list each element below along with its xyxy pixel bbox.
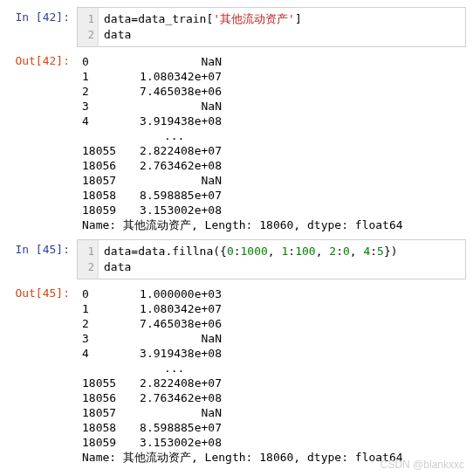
- out-row: 180588.598885e+07: [82, 420, 461, 435]
- tok: 0: [227, 245, 234, 258]
- out-row: 01.000000e+03: [82, 286, 461, 301]
- out-val: 7.465038e+06: [126, 84, 222, 99]
- in-prompt-45: In [45]:: [7, 239, 77, 279]
- out-ellipsis: ...: [82, 361, 461, 376]
- tok: ({: [213, 245, 227, 258]
- tok: 100: [295, 245, 315, 258]
- out-row: 180588.598885e+07: [82, 188, 461, 203]
- out-val: 8.598885e+07: [126, 188, 222, 203]
- tok: }): [384, 245, 398, 258]
- tok: :: [288, 245, 295, 258]
- out-idx: 2: [82, 316, 126, 331]
- out-idx: 4: [82, 346, 126, 361]
- out-idx: 3: [82, 99, 126, 114]
- tok: :: [234, 245, 241, 258]
- output-cell-45: Out[45]: 01.000000e+0311.080342e+0727.46…: [7, 283, 466, 468]
- out-row: 11.080342e+07: [82, 69, 461, 84]
- out-idx: 1: [82, 301, 126, 316]
- out-val: 1.080342e+07: [126, 69, 222, 84]
- tok: ,: [268, 245, 282, 258]
- out-row: 18057NaN: [82, 173, 461, 188]
- out-idx: 18056: [82, 158, 126, 173]
- out-row: 180562.763462e+08: [82, 158, 461, 173]
- tok: data: [104, 12, 131, 25]
- tok: 5: [377, 245, 384, 258]
- out-prompt-45: Out[45]:: [7, 283, 77, 468]
- out-row: 0NaN: [82, 54, 461, 69]
- out-idx: 18058: [82, 420, 126, 435]
- out-row: 43.919438e+08: [82, 346, 461, 361]
- out-row: 27.465038e+06: [82, 84, 461, 99]
- out-val: NaN: [126, 173, 222, 188]
- out-val: 2.822408e+07: [126, 376, 222, 390]
- tok: 0: [343, 245, 350, 258]
- out-idx: 1: [82, 69, 126, 84]
- out-idx: 18059: [82, 203, 126, 217]
- out-val: NaN: [126, 405, 222, 420]
- out-idx: 4: [82, 114, 126, 128]
- out-val: 3.153002e+08: [126, 203, 222, 217]
- out-row: 11.080342e+07: [82, 301, 461, 316]
- out-ellipsis: ...: [82, 128, 461, 143]
- in-prompt-42: In [42]:: [7, 7, 77, 47]
- out-val: 1.080342e+07: [126, 301, 222, 316]
- out-val: 2.763462e+08: [126, 390, 222, 405]
- line-num: 1: [78, 11, 94, 27]
- out-val: 3.919438e+08: [126, 114, 222, 128]
- out-row: 18057NaN: [82, 405, 461, 420]
- line-num: 1: [78, 244, 94, 259]
- out-val: NaN: [126, 54, 222, 69]
- out-row: 27.465038e+06: [82, 316, 461, 331]
- input-cell-45: In [45]: 12 data=data.fillna({0:1000, 1:…: [7, 239, 466, 279]
- out-idx: 18056: [82, 390, 126, 405]
- out-row: 180593.153002e+08: [82, 203, 461, 217]
- tok: 2: [329, 245, 336, 258]
- output-text-45: 01.000000e+0311.080342e+0727.465038e+063…: [77, 283, 466, 468]
- out-idx: 18058: [82, 188, 126, 203]
- out-val: 2.822408e+07: [126, 143, 222, 158]
- tok: =: [131, 12, 138, 25]
- code-area-42[interactable]: 12 data=data_train['其他流动资产'] data: [77, 7, 466, 47]
- input-cell-42: In [42]: 12 data=data_train['其他流动资产'] da…: [7, 7, 466, 47]
- out-row: 43.919438e+08: [82, 114, 461, 128]
- out-row: 180593.153002e+08: [82, 435, 461, 450]
- tok: ,: [316, 245, 330, 258]
- out-val: 8.598885e+07: [126, 420, 222, 435]
- tok: =: [131, 245, 138, 258]
- out-idx: 18055: [82, 143, 126, 158]
- code-input-42[interactable]: data=data_train['其他流动资产'] data: [99, 8, 465, 46]
- gutter-42: 12: [78, 8, 99, 46]
- line-num: 2: [78, 27, 94, 43]
- code-input-45[interactable]: data=data.fillna({0:1000, 1:100, 2:0, 4:…: [99, 240, 465, 279]
- gutter-45: 12: [78, 240, 99, 279]
- tok: data.fillna: [138, 245, 213, 258]
- out-meta: Name: 其他流动资产, Length: 18060, dtype: floa…: [82, 217, 461, 232]
- out-row: 180552.822408e+07: [82, 143, 461, 158]
- output-cell-42: Out[42]: 0NaN11.080342e+0727.465038e+063…: [7, 51, 466, 236]
- out-val: 2.763462e+08: [126, 158, 222, 173]
- out-row: 180562.763462e+08: [82, 390, 461, 405]
- out-idx: 18057: [82, 405, 126, 420]
- out-val: NaN: [126, 99, 222, 114]
- out-idx: 3: [82, 331, 126, 346]
- code-area-45[interactable]: 12 data=data.fillna({0:1000, 1:100, 2:0,…: [77, 239, 466, 279]
- tok: ,: [350, 245, 364, 258]
- out-row: 3NaN: [82, 331, 461, 346]
- out-idx: 18059: [82, 435, 126, 450]
- out-idx: 0: [82, 286, 126, 301]
- out-val: 3.153002e+08: [126, 435, 222, 450]
- tok: data: [104, 28, 131, 41]
- out-val: NaN: [126, 331, 222, 346]
- line-num: 2: [78, 259, 94, 275]
- tok: ]: [295, 12, 302, 25]
- watermark: CSDN @blankxxc: [380, 459, 464, 471]
- tok: data: [104, 260, 131, 273]
- tok: :: [370, 245, 377, 258]
- output-text-42: 0NaN11.080342e+0727.465038e+063NaN43.919…: [77, 51, 466, 236]
- out-prompt-42: Out[42]:: [7, 51, 77, 236]
- out-row: 3NaN: [82, 99, 461, 114]
- out-idx: 18055: [82, 376, 126, 390]
- tok: data_train: [138, 12, 206, 25]
- tok: 1000: [241, 245, 268, 258]
- out-idx: 2: [82, 84, 126, 99]
